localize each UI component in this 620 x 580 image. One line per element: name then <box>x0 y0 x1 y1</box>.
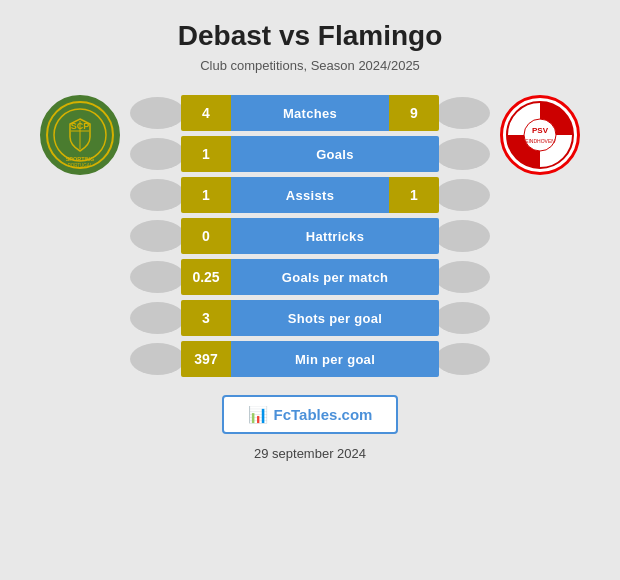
stats-area: 4Matches91Goals1Assists10Hattricks0.25Go… <box>130 95 490 377</box>
stat-row: 397Min per goal <box>181 341 439 377</box>
psv-logo-svg: PSV EINDHOVEN <box>506 101 574 169</box>
stat-row-wrapper: 3Shots per goal <box>130 300 490 336</box>
stat-row: 0.25Goals per match <box>181 259 439 295</box>
stat-row: 4Matches9 <box>181 95 439 131</box>
stat-row-wrapper: 1Assists1 <box>130 177 490 213</box>
page-title: Debast vs Flamingo <box>178 20 443 52</box>
stat-row-wrapper: 0Hattricks <box>130 218 490 254</box>
stat-left-value: 1 <box>181 177 231 213</box>
svg-text:PORTUGAL: PORTUGAL <box>68 163 93 168</box>
left-ellipse-decoration <box>130 138 185 170</box>
stat-row-wrapper: 0.25Goals per match <box>130 259 490 295</box>
svg-text:PSV: PSV <box>532 126 549 135</box>
right-ellipse-decoration <box>435 343 490 375</box>
stat-label: Shots per goal <box>231 300 439 336</box>
branding-box: 📊 FcTables.com <box>222 395 399 434</box>
stat-row: 1Assists1 <box>181 177 439 213</box>
right-ellipse-decoration <box>435 179 490 211</box>
svg-point-8 <box>524 119 556 151</box>
psv-logo-circle: PSV EINDHOVEN <box>500 95 580 175</box>
stat-left-value: 397 <box>181 341 231 377</box>
stat-row-wrapper: 1Goals <box>130 136 490 172</box>
left-ellipse-decoration <box>130 343 185 375</box>
right-ellipse-decoration <box>435 97 490 129</box>
scp-logo-svg: SCP SPORTING PORTUGAL <box>46 101 114 169</box>
stat-row-wrapper: 397Min per goal <box>130 341 490 377</box>
stat-right-value: 1 <box>389 177 439 213</box>
svg-text:EINDHOVEN: EINDHOVEN <box>525 138 555 144</box>
svg-text:SPORTING: SPORTING <box>66 156 95 162</box>
stat-label: Hattricks <box>231 218 439 254</box>
right-ellipse-decoration <box>435 138 490 170</box>
stat-row: 3Shots per goal <box>181 300 439 336</box>
stat-left-value: 4 <box>181 95 231 131</box>
stat-label: Assists <box>231 177 389 213</box>
left-ellipse-decoration <box>130 302 185 334</box>
right-ellipse-decoration <box>435 261 490 293</box>
left-ellipse-decoration <box>130 261 185 293</box>
left-ellipse-decoration <box>130 97 185 129</box>
main-content-area: SCP SPORTING PORTUGAL 4Matches91Goals1As… <box>10 95 610 377</box>
stat-label: Matches <box>231 95 389 131</box>
stat-right-value: 9 <box>389 95 439 131</box>
stat-left-value: 3 <box>181 300 231 336</box>
right-ellipse-decoration <box>435 302 490 334</box>
stat-label: Goals <box>231 136 439 172</box>
left-ellipse-decoration <box>130 179 185 211</box>
stat-row: 0Hattricks <box>181 218 439 254</box>
stat-left-value: 1 <box>181 136 231 172</box>
branding-text: FcTables.com <box>274 406 373 423</box>
stat-left-value: 0.25 <box>181 259 231 295</box>
scp-logo-circle: SCP SPORTING PORTUGAL <box>40 95 120 175</box>
stat-label: Min per goal <box>231 341 439 377</box>
left-team-logo: SCP SPORTING PORTUGAL <box>30 95 130 175</box>
date-label: 29 september 2024 <box>254 446 366 461</box>
stat-label: Goals per match <box>231 259 439 295</box>
left-ellipse-decoration <box>130 220 185 252</box>
branding-icon: 📊 <box>248 405 268 424</box>
stat-row: 1Goals <box>181 136 439 172</box>
right-ellipse-decoration <box>435 220 490 252</box>
stat-row-wrapper: 4Matches9 <box>130 95 490 131</box>
page-container: Debast vs Flamingo Club competitions, Se… <box>0 0 620 580</box>
page-subtitle: Club competitions, Season 2024/2025 <box>200 58 420 73</box>
right-team-logo: PSV EINDHOVEN <box>490 95 590 175</box>
stat-left-value: 0 <box>181 218 231 254</box>
